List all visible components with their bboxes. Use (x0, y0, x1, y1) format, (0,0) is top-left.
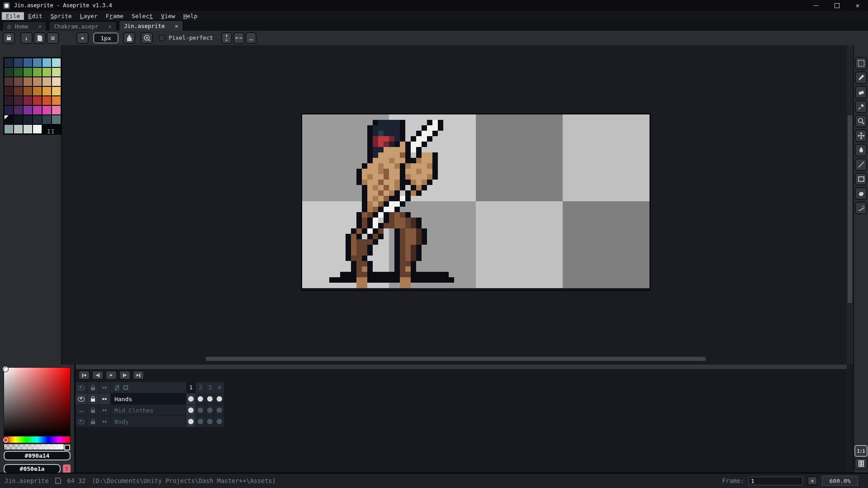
menu-item-file[interactable]: File (2, 12, 24, 20)
last-frame-button[interactable]: ▶ (133, 370, 144, 380)
vertical-scrollbar[interactable] (848, 115, 852, 303)
palette-swatch[interactable] (33, 115, 42, 124)
palette-swatch[interactable] (14, 87, 23, 95)
timeline-header-link[interactable]: ●● (99, 382, 110, 393)
palette-swatch[interactable] (33, 106, 42, 114)
palette-swatch[interactable] (24, 115, 32, 124)
sv-marker[interactable] (3, 366, 8, 372)
palette-swatch[interactable] (14, 125, 23, 133)
palette-swatch[interactable] (33, 58, 42, 67)
alpha-marker[interactable] (64, 445, 70, 450)
palette-swatch[interactable] (52, 96, 61, 105)
palette-swatch[interactable] (52, 58, 61, 67)
next-frame-button[interactable]: ▶ (119, 370, 131, 380)
rectangular-marquee-tool[interactable] (855, 57, 867, 70)
palette-swatch[interactable] (24, 106, 32, 114)
symmetry-options-button[interactable]: … (246, 32, 256, 44)
frame-header-4[interactable]: 4 (215, 382, 224, 393)
maximize-button[interactable] (826, 0, 847, 11)
frame-number-input[interactable] (749, 477, 803, 485)
layer-lock-toggle[interactable] (87, 393, 99, 404)
symmetry-vertical-button[interactable] (221, 32, 232, 44)
close-button[interactable]: ✕ (847, 0, 868, 11)
palette-swatch[interactable] (14, 96, 23, 105)
palette-swatch[interactable] (14, 77, 23, 86)
palette-swatch[interactable] (52, 87, 61, 95)
palette-swatch[interactable] (33, 87, 42, 95)
timeline-header-eye[interactable] (76, 382, 87, 393)
timeline-splitter[interactable] (76, 365, 847, 369)
palette-swatch[interactable] (24, 96, 32, 105)
symmetry-horizontal-button[interactable] (233, 32, 244, 44)
dynamics-button[interactable] (141, 32, 153, 44)
add-frame-button[interactable]: + (807, 476, 817, 485)
palette-lock-button[interactable] (3, 32, 15, 44)
palette-menu-button[interactable]: ≡ (47, 32, 59, 44)
tab-jin[interactable]: Jin.aseprite × (119, 20, 184, 31)
tab-close-icon[interactable]: × (38, 23, 42, 30)
prev-frame-button[interactable]: ◀ (92, 370, 104, 380)
cel[interactable] (196, 405, 205, 416)
palette-presets-button[interactable]: ↓ (20, 32, 33, 44)
menu-item-view[interactable]: View (157, 12, 179, 20)
palette-swatch[interactable] (43, 77, 51, 86)
zoom-tool[interactable] (855, 115, 867, 128)
palette-swatch[interactable] (24, 58, 32, 67)
frame-header-1[interactable]: 1 (186, 382, 195, 393)
palette-new-button[interactable] (33, 32, 46, 44)
paint-bucket-tool[interactable] (855, 144, 867, 156)
move-tool[interactable] (855, 129, 867, 142)
palette-swatch[interactable] (14, 106, 23, 114)
palette-swatch[interactable] (5, 115, 13, 124)
cel[interactable] (205, 416, 214, 427)
sprite-canvas[interactable] (302, 114, 650, 288)
eraser-tool[interactable] (855, 86, 867, 99)
timeline-header-lock[interactable] (87, 382, 99, 393)
palette-swatch[interactable] (33, 77, 42, 86)
palette-swatch[interactable] (52, 77, 61, 86)
first-frame-button[interactable]: ◀ (78, 370, 90, 380)
palette-swatch[interactable] (14, 58, 23, 67)
cel[interactable] (205, 393, 214, 404)
brush-size-field[interactable]: 1px (93, 33, 119, 43)
tab-close-icon[interactable]: × (108, 23, 112, 30)
eyedropper-tool[interactable] (855, 100, 867, 113)
ink-button[interactable] (123, 32, 135, 44)
palette-swatch[interactable] (24, 125, 32, 133)
pencil-tool[interactable] (855, 71, 867, 84)
menu-item-sprite[interactable]: Sprite (47, 12, 76, 20)
pixel-perfect-checkbox[interactable] (159, 35, 165, 41)
minimize-button[interactable] (806, 0, 826, 11)
palette-swatch[interactable] (43, 106, 51, 114)
layer-name[interactable]: Body (111, 416, 186, 427)
frame-header-2[interactable]: 2 (196, 382, 205, 393)
tab-close-icon[interactable]: × (175, 23, 178, 29)
cel[interactable] (205, 405, 214, 416)
background-hex-field[interactable]: #050e1a (4, 464, 61, 474)
palette-swatch[interactable] (24, 87, 32, 95)
alpha-bar[interactable] (4, 444, 71, 450)
cel[interactable] (215, 405, 224, 416)
layer-visibility-toggle[interactable] (76, 416, 87, 427)
saturation-value-box[interactable] (4, 367, 71, 436)
editor-workspace[interactable] (62, 45, 847, 365)
foreground-hex-field[interactable]: #090a14 (4, 451, 71, 460)
layer-name[interactable]: Hands (111, 393, 186, 404)
line-tool[interactable] (855, 158, 867, 171)
menu-item-edit[interactable]: Edit (24, 12, 46, 20)
palette-swatch[interactable] (52, 106, 61, 114)
zoom-level-field[interactable]: 600.0% (822, 476, 858, 486)
palette-swatch[interactable] (24, 68, 32, 76)
layer-link-toggle[interactable]: ●● (99, 393, 110, 404)
frame-header-3[interactable]: 3 (205, 382, 214, 393)
hue-marker[interactable] (3, 437, 9, 443)
palette-swatch[interactable] (33, 96, 42, 105)
palette-swatch[interactable] (52, 68, 61, 76)
tab-chakram[interactable]: Chakram.asepr × (48, 21, 117, 31)
onion-skin-icon[interactable] (114, 385, 121, 391)
color-palette-grid[interactable] (3, 57, 62, 135)
cel[interactable] (215, 393, 224, 404)
layer-link-toggle[interactable]: ●● (99, 416, 110, 427)
palette-swatch[interactable] (43, 58, 51, 67)
contour-tool[interactable] (855, 187, 867, 200)
